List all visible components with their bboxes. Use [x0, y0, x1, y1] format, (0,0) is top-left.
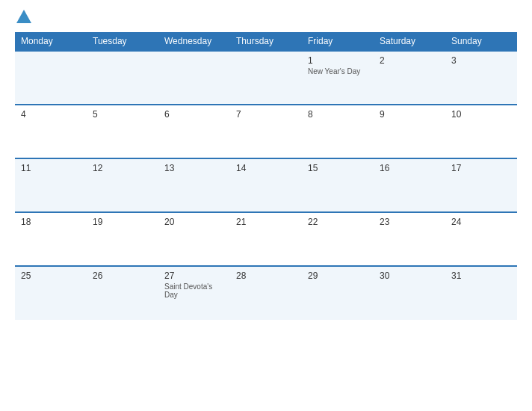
- holiday-name: New Year's Day: [308, 67, 368, 75]
- week-row-5: 252627Saint Devota's Day28293031: [15, 266, 517, 320]
- day-header-friday: Friday: [302, 32, 374, 51]
- calendar-cell: 28: [230, 266, 302, 320]
- day-number: 27: [164, 271, 224, 281]
- day-number: 12: [93, 163, 152, 173]
- day-number: 13: [164, 163, 224, 173]
- calendar-cell: 14: [230, 158, 302, 212]
- day-number: 10: [451, 109, 511, 120]
- day-header-saturday: Saturday: [374, 32, 445, 51]
- week-row-1: 1New Year's Day23: [15, 51, 517, 105]
- calendar-cell: [15, 51, 87, 105]
- calendar-cell: 22: [302, 212, 374, 266]
- calendar-grid: MondayTuesdayWednesdayThursdayFridaySatu…: [15, 32, 517, 320]
- calendar-cell: 29: [302, 266, 374, 320]
- day-number: 15: [308, 163, 368, 173]
- day-number: 6: [164, 109, 224, 120]
- day-number: 28: [236, 271, 296, 281]
- calendar-cell: 18: [15, 212, 87, 266]
- day-header-tuesday: Tuesday: [87, 32, 158, 51]
- day-number: 17: [451, 163, 511, 173]
- day-number: 3: [451, 55, 511, 66]
- week-row-2: 45678910: [15, 105, 517, 158]
- day-number: 5: [93, 109, 152, 120]
- logo-triangle-icon: [16, 10, 31, 23]
- day-header-thursday: Thursday: [230, 32, 302, 51]
- calendar-cell: 25: [15, 266, 87, 320]
- calendar-cell: 3: [445, 51, 517, 105]
- calendar-cell: 15: [302, 158, 374, 212]
- days-header-row: MondayTuesdayWednesdayThursdayFridaySatu…: [15, 32, 517, 51]
- day-number: 26: [93, 271, 152, 281]
- calendar-cell: 30: [374, 266, 445, 320]
- day-header-monday: Monday: [15, 32, 87, 51]
- day-header-sunday: Sunday: [445, 32, 517, 51]
- calendar-cell: 10: [445, 105, 517, 158]
- calendar-cell: [87, 51, 158, 105]
- day-number: 29: [308, 271, 368, 281]
- logo: [15, 11, 33, 25]
- day-number: 1: [308, 55, 368, 66]
- calendar-cell: 11: [15, 158, 87, 212]
- day-number: 11: [21, 163, 81, 173]
- day-number: 7: [236, 109, 296, 120]
- calendar-cell: 2: [374, 51, 445, 105]
- calendar-cell: 19: [87, 212, 158, 266]
- day-number: 25: [21, 271, 81, 281]
- day-number: 14: [236, 163, 296, 173]
- day-number: 4: [21, 109, 81, 120]
- calendar-cell: 26: [87, 266, 158, 320]
- calendar-cell: 27Saint Devota's Day: [158, 266, 230, 320]
- day-number: 20: [164, 217, 224, 227]
- calendar-cell: 13: [158, 158, 230, 212]
- day-number: 31: [451, 271, 511, 281]
- day-number: 16: [380, 163, 439, 173]
- holiday-name: Saint Devota's Day: [164, 282, 224, 299]
- calendar-cell: 1New Year's Day: [302, 51, 374, 105]
- day-number: 19: [93, 217, 152, 227]
- calendar-cell: [158, 51, 230, 105]
- calendar-cell: 5: [87, 105, 158, 158]
- calendar-cell: 21: [230, 212, 302, 266]
- day-number: 30: [380, 271, 439, 281]
- day-number: 22: [308, 217, 368, 227]
- day-number: 24: [451, 217, 511, 227]
- day-number: 8: [308, 109, 368, 120]
- calendar-container: MondayTuesdayWednesdayThursdayFridaySatu…: [0, 0, 532, 411]
- calendar-cell: 12: [87, 158, 158, 212]
- calendar-cell: 20: [158, 212, 230, 266]
- calendar-cell: 16: [374, 158, 445, 212]
- day-number: 9: [380, 109, 439, 120]
- calendar-cell: 23: [374, 212, 445, 266]
- week-row-3: 11121314151617: [15, 158, 517, 212]
- calendar-cell: 4: [15, 105, 87, 158]
- week-row-4: 18192021222324: [15, 212, 517, 266]
- day-number: 18: [21, 217, 81, 227]
- day-number: 23: [380, 217, 439, 227]
- calendar-cell: 24: [445, 212, 517, 266]
- calendar-cell: 9: [374, 105, 445, 158]
- calendar-cell: 31: [445, 266, 517, 320]
- calendar-cell: 8: [302, 105, 374, 158]
- day-number: 2: [380, 55, 439, 66]
- calendar-cell: 7: [230, 105, 302, 158]
- calendar-cell: [230, 51, 302, 105]
- day-header-wednesday: Wednesday: [158, 32, 230, 51]
- calendar-header: [15, 11, 517, 25]
- day-number: 21: [236, 217, 296, 227]
- calendar-cell: 17: [445, 158, 517, 212]
- calendar-cell: 6: [158, 105, 230, 158]
